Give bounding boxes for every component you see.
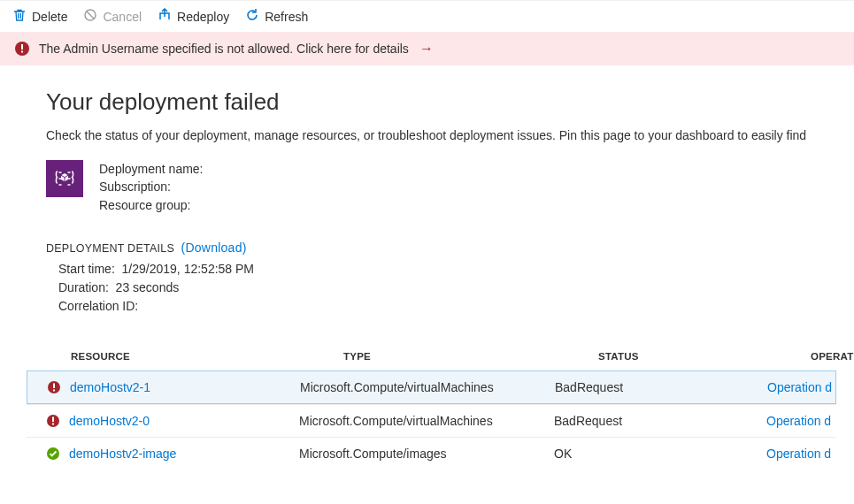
operation-details-link[interactable]: Operation d — [766, 447, 854, 461]
svg-rect-8 — [52, 416, 54, 422]
redeploy-icon — [158, 8, 172, 25]
refresh-button[interactable]: Refresh — [245, 8, 308, 25]
resource-link[interactable]: demoHostv2-0 — [69, 414, 299, 428]
col-operation: OPERATION D — [811, 351, 854, 362]
start-time-label: Start time: — [58, 262, 115, 276]
duration-value: 23 seconds — [116, 280, 180, 294]
col-type: TYPE — [343, 351, 598, 362]
refresh-label: Refresh — [265, 10, 308, 24]
col-resource: RESOURCE — [71, 351, 343, 362]
page-title: Your deployment failed — [46, 88, 836, 116]
delete-label: Delete — [32, 10, 67, 24]
operation-details-link[interactable]: Operation d — [766, 414, 854, 428]
svg-rect-9 — [52, 423, 54, 424]
resource-link[interactable]: demoHostv2-image — [69, 447, 299, 461]
resources-table: RESOURCE TYPE STATUS OPERATION D demoHos… — [27, 351, 836, 470]
cell-status: BadRequest — [555, 380, 767, 394]
table-header-row: RESOURCE TYPE STATUS OPERATION D — [27, 351, 836, 370]
svg-rect-6 — [53, 389, 55, 391]
download-link[interactable]: (Download) — [181, 241, 247, 255]
start-time-value: 1/29/2019, 12:52:58 PM — [122, 262, 254, 276]
duration-label: Duration: — [58, 280, 109, 294]
cancel-icon — [83, 8, 97, 25]
cell-type: Microsoft.Compute/virtualMachines — [299, 414, 554, 428]
cell-type: Microsoft.Compute/virtualMachines — [300, 380, 555, 394]
delete-button[interactable]: Delete — [12, 8, 67, 25]
cancel-label: Cancel — [103, 10, 142, 24]
col-status: STATUS — [598, 351, 811, 362]
deployment-details-section: DEPLOYMENT DETAILS (Download) Start time… — [46, 241, 836, 316]
redeploy-button[interactable]: Redeploy — [158, 8, 229, 25]
deployment-name-label: Deployment name: — [99, 160, 204, 178]
arrow-right-icon: → — [419, 41, 434, 57]
refresh-icon — [245, 8, 259, 25]
table-row[interactable]: demoHostv2-1 Microsoft.Compute/virtualMa… — [27, 370, 836, 404]
error-icon — [46, 414, 60, 428]
resource-link[interactable]: demoHostv2-1 — [70, 380, 300, 394]
subscription-label: Subscription: — [99, 178, 204, 195]
svg-rect-5 — [53, 383, 55, 388]
page-subtitle: Check the status of your deployment, man… — [46, 128, 836, 142]
redeploy-label: Redeploy — [177, 10, 229, 24]
deployment-details-heading: DEPLOYMENT DETAILS — [46, 242, 174, 255]
error-icon — [14, 41, 30, 57]
table-row[interactable]: demoHostv2-image Microsoft.Compute/image… — [27, 437, 836, 470]
cell-type: Microsoft.Compute/images — [299, 447, 554, 461]
svg-rect-3 — [21, 51, 23, 53]
error-icon — [47, 380, 61, 394]
correlation-id-label: Correlation ID: — [58, 299, 138, 313]
resource-group-label: Resource group: — [99, 196, 204, 214]
success-icon — [46, 447, 60, 461]
operation-details-link[interactable]: Operation d — [767, 380, 854, 394]
table-row[interactable]: demoHostv2-0 Microsoft.Compute/virtualMa… — [27, 404, 836, 437]
cell-status: OK — [554, 447, 766, 461]
summary-labels: Deployment name: Subscription: Resource … — [99, 160, 204, 214]
command-bar: Delete Cancel Redeploy Refresh — [0, 0, 854, 32]
deployment-summary: Deployment name: Subscription: Resource … — [46, 160, 836, 214]
error-message: The Admin Username specified is not allo… — [39, 42, 409, 56]
svg-rect-2 — [21, 44, 23, 50]
template-cube-icon — [46, 160, 83, 197]
cell-status: BadRequest — [554, 414, 766, 428]
error-banner[interactable]: The Admin Username specified is not allo… — [0, 32, 854, 65]
content-area: Your deployment failed Check the status … — [0, 65, 854, 470]
cancel-button: Cancel — [83, 8, 142, 25]
trash-icon — [12, 8, 27, 25]
